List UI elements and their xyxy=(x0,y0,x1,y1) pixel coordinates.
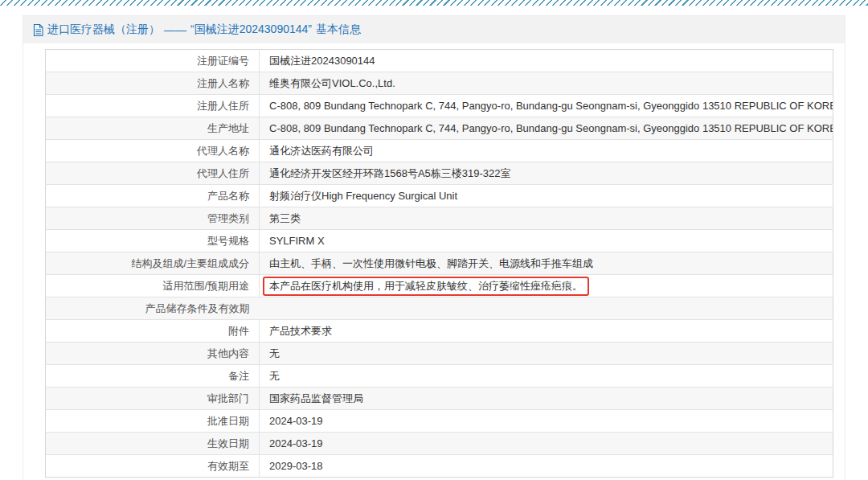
row-value: 2024-03-19 xyxy=(260,410,833,433)
registration-info-table: 注册证编号国械注进20243090144注册人名称维奥有限公司VIOL.Co.,… xyxy=(45,49,833,478)
panel-header: 进口医疗器械（注册） —— “国械注进20243090144” 基本信息 xyxy=(23,16,845,43)
registration-info-table-body: 注册证编号国械注进20243090144注册人名称维奥有限公司VIOL.Co.,… xyxy=(46,50,833,478)
row-value: 射频治疗仪High Frequency Surgical Unit xyxy=(260,185,833,207)
row-label: 适用范围/预期用途 xyxy=(46,275,260,297)
row-label: 产品储存条件及有效期 xyxy=(46,297,260,320)
table-row: 有效期至2029-03-18 xyxy=(46,455,833,478)
row-value: 由主机、手柄、一次性使用微针电极、脚踏开关、电源线和手推车组成 xyxy=(260,252,833,275)
row-label: 结构及组成/主要组成成分 xyxy=(46,252,260,275)
table-row: 注册证编号国械注进20243090144 xyxy=(46,50,833,72)
row-value: 国家药品监督管理局 xyxy=(260,388,833,410)
row-value: 维奥有限公司VIOL.Co.,Ltd. xyxy=(260,72,833,95)
row-value: 第三类 xyxy=(260,207,833,230)
row-value: C-808, 809 Bundang Technopark C, 744, Pa… xyxy=(260,117,833,140)
row-label: 生效日期 xyxy=(46,433,260,455)
page-title-dash: —— xyxy=(164,23,186,36)
row-label: 审批部门 xyxy=(46,388,260,410)
table-row: 生产地址C-808, 809 Bundang Technopark C, 744… xyxy=(46,117,833,140)
row-label: 注册证编号 xyxy=(46,50,260,72)
row-value: 产品技术要求 xyxy=(260,320,833,343)
table-row: 审批部门国家药品监督管理局 xyxy=(46,388,833,410)
row-value: 通化济达医药有限公司 xyxy=(260,140,833,162)
table-row: 代理人名称通化济达医药有限公司 xyxy=(46,140,833,162)
row-label: 管理类别 xyxy=(46,207,260,230)
table-row: 管理类别第三类 xyxy=(46,207,833,230)
row-label: 批准日期 xyxy=(46,410,260,433)
page-title-category: 进口医疗器械（注册） xyxy=(47,23,160,37)
row-label: 代理人名称 xyxy=(46,140,260,162)
row-label: 有效期至 xyxy=(46,455,260,478)
page-title-registration-number: “国械注进20243090144” xyxy=(190,23,312,37)
row-value xyxy=(260,297,833,320)
row-value: 无 xyxy=(260,343,833,365)
table-row: 注册人住所C-808, 809 Bundang Technopark C, 74… xyxy=(46,95,833,117)
table-row: 生效日期2024-03-19 xyxy=(46,433,833,455)
row-value: 无 xyxy=(260,365,833,388)
row-value: 2024-03-19 xyxy=(260,433,833,455)
row-value: 国械注进20243090144 xyxy=(260,50,833,72)
row-label: 代理人住所 xyxy=(46,162,260,185)
page-title-suffix: 基本信息 xyxy=(316,23,361,37)
table-row: 结构及组成/主要组成成分由主机、手柄、一次性使用微针电极、脚踏开关、电源线和手推… xyxy=(46,252,833,275)
document-icon xyxy=(33,24,43,36)
table-row: 批准日期2024-03-19 xyxy=(46,410,833,433)
row-value: 通化经济开发区经开环路1568号A5栋三楼319-322室 xyxy=(260,162,833,185)
row-value: SYLFIRM X xyxy=(260,230,833,252)
row-label: 产品名称 xyxy=(46,185,260,207)
table-row: 附件产品技术要求 xyxy=(46,320,833,343)
decorative-stripe-band xyxy=(0,0,868,6)
table-row: 产品储存条件及有效期 xyxy=(46,297,833,320)
row-label: 注册人住所 xyxy=(46,95,260,117)
registration-detail-panel: 进口医疗器械（注册） —— “国械注进20243090144” 基本信息 注册证… xyxy=(23,15,845,480)
row-value: 本产品在医疗机构使用，用于减轻皮肤皱纹、治疗萎缩性痤疮疤痕。 xyxy=(260,275,833,297)
table-row: 适用范围/预期用途本产品在医疗机构使用，用于减轻皮肤皱纹、治疗萎缩性痤疮疤痕。 xyxy=(46,275,833,297)
row-label: 其他内容 xyxy=(46,343,260,365)
table-row: 其他内容无 xyxy=(46,343,833,365)
row-label: 备注 xyxy=(46,365,260,388)
row-value: 2029-03-18 xyxy=(260,455,833,478)
row-label: 附件 xyxy=(46,320,260,343)
row-label: 生产地址 xyxy=(46,117,260,140)
highlight-red-box: 本产品在医疗机构使用，用于减轻皮肤皱纹、治疗萎缩性痤疮疤痕。 xyxy=(263,277,589,296)
table-row: 型号规格SYLFIRM X xyxy=(46,230,833,252)
table-row: 代理人住所通化经济开发区经开环路1568号A5栋三楼319-322室 xyxy=(46,162,833,185)
panel-body: 注册证编号国械注进20243090144注册人名称维奥有限公司VIOL.Co.,… xyxy=(23,43,845,480)
row-value: C-808, 809 Bundang Technopark C, 744, Pa… xyxy=(260,95,833,117)
table-row: 备注无 xyxy=(46,365,833,388)
row-label: 注册人名称 xyxy=(46,72,260,95)
table-row: 产品名称射频治疗仪High Frequency Surgical Unit xyxy=(46,185,833,207)
row-label: 型号规格 xyxy=(46,230,260,252)
table-row: 注册人名称维奥有限公司VIOL.Co.,Ltd. xyxy=(46,72,833,95)
